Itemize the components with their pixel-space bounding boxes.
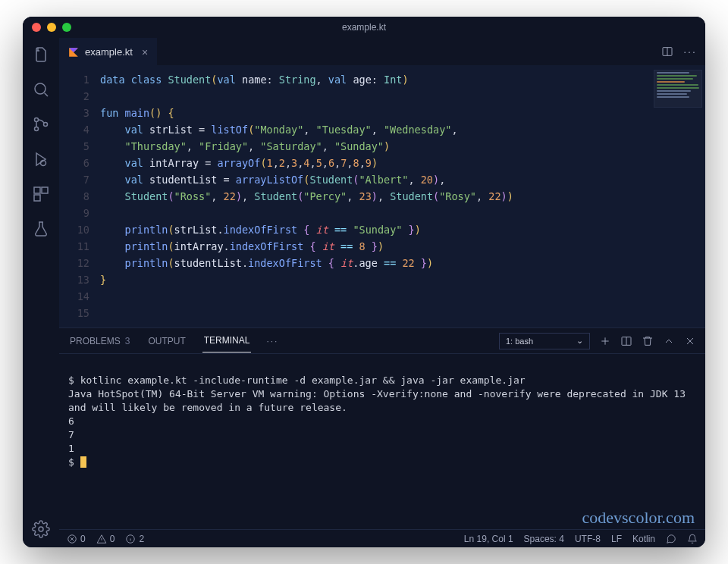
more-actions-icon[interactable]: ··· [684,45,696,58]
terminal-output[interactable]: $ kotlinc example.kt -include-runtime -d… [59,354,705,529]
extensions-icon[interactable] [32,185,50,203]
svg-rect-7 [34,195,40,201]
tab-output[interactable]: OUTPUT [146,330,187,352]
window-controls [32,23,71,32]
status-eol[interactable]: LF [611,534,622,544]
status-encoding[interactable]: UTF-8 [575,534,601,544]
svg-point-1 [35,118,39,122]
maximize-panel-icon[interactable] [663,335,675,347]
activity-bar [23,38,59,547]
terminal-cursor [80,456,86,468]
maximize-window-button[interactable] [62,23,71,32]
svg-rect-6 [42,187,48,193]
tab-terminal[interactable]: TERMINAL [202,329,252,352]
line-number-gutter: 123456789101112131415 [59,65,100,327]
tab-problems[interactable]: PROBLEMS3 [68,330,131,352]
chevron-down-icon: ⌄ [576,336,583,346]
feedback-icon[interactable] [666,534,676,544]
minimap[interactable] [654,70,702,108]
code-content[interactable]: data class Student(val name: String, val… [100,65,705,327]
status-bar: 0 0 2 Ln 19, Col 1 Spaces: 4 UTF-8 LF Ko… [59,529,705,547]
notifications-icon[interactable] [687,534,698,544]
split-editor-icon[interactable] [661,45,673,58]
close-window-button[interactable] [32,23,41,32]
status-language[interactable]: Kotlin [632,534,655,544]
close-panel-icon[interactable] [684,335,696,347]
minimize-window-button[interactable] [47,23,56,32]
svg-point-8 [39,527,43,531]
run-debug-icon[interactable] [32,150,50,168]
window-title: example.kt [342,22,386,33]
status-indentation[interactable]: Spaces: 4 [524,534,564,544]
explorer-icon[interactable] [32,45,50,64]
test-icon[interactable] [32,220,50,238]
svg-point-0 [35,83,46,94]
bottom-panel: PROBLEMS3 OUTPUT TERMINAL ··· 1: bash ⌄ [59,327,705,529]
status-cursor-position[interactable]: Ln 19, Col 1 [464,534,513,544]
terminal-shell-selector[interactable]: 1: bash ⌄ [499,333,590,349]
svg-point-2 [35,127,39,131]
status-errors[interactable]: 0 [67,534,86,544]
editor[interactable]: 123456789101112131415 data class Student… [59,65,705,327]
tab-filename: example.kt [85,46,133,58]
search-icon[interactable] [32,80,50,99]
close-tab-icon[interactable]: × [142,46,148,58]
editor-tabs: example.kt × ··· [59,38,705,65]
tab-example-kt[interactable]: example.kt × [59,38,157,65]
vscode-window: example.kt [23,17,705,547]
panel-more-icon[interactable]: ··· [266,336,278,346]
new-terminal-icon[interactable] [599,335,611,347]
source-control-icon[interactable] [32,115,50,133]
status-info[interactable]: 2 [125,534,144,544]
status-warnings[interactable]: 0 [96,534,115,544]
split-terminal-icon[interactable] [620,335,632,347]
panel-tabs: PROBLEMS3 OUTPUT TERMINAL ··· 1: bash ⌄ [59,328,705,354]
watermark: codevscolor.com [582,511,695,525]
svg-rect-5 [34,187,40,193]
svg-point-3 [44,123,48,127]
kotlin-file-icon [68,47,79,58]
settings-gear-icon[interactable] [32,520,50,538]
titlebar: example.kt [23,17,705,38]
kill-terminal-icon[interactable] [642,335,654,347]
